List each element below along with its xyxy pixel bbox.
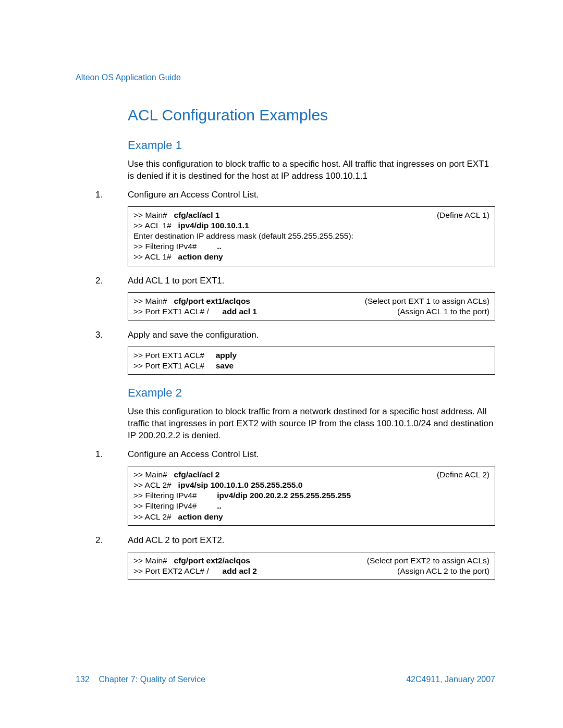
example1-step3: 3. Apply and save the configuration. (76, 330, 495, 340)
page-footer: 132 Chapter 7: Quality of Service 42C491… (76, 675, 495, 684)
example1-code2: >> Main# cfg/port ext1/aclqos (Select po… (128, 292, 495, 320)
footer-left: 132 Chapter 7: Quality of Service (76, 675, 205, 684)
running-header: Alteon OS Application Guide (76, 73, 495, 82)
footer-right: 42C4911, January 2007 (406, 675, 495, 684)
step-number: 1. (76, 449, 128, 460)
step-text: Add ACL 2 to port EXT2. (128, 535, 495, 546)
example1-intro: Use this configuration to block traffic … (128, 158, 495, 182)
example2-code2: >> Main# cfg/port ext2/aclqos (Select po… (128, 552, 495, 580)
content-area: ACL Configuration Examples Example 1 Use… (76, 106, 495, 580)
step-text: Configure an Access Control List. (128, 190, 495, 200)
example2-code1: >> Main# cfg/acl/acl 2 (Define ACL 2) >>… (128, 466, 495, 526)
chapter-label: Chapter 7: Quality of Service (99, 675, 205, 684)
heading-acl-config: ACL Configuration Examples (128, 106, 495, 124)
step-text: Add ACL 1 to port EXT1. (128, 276, 495, 286)
step-number: 2. (76, 535, 128, 546)
page: Alteon OS Application Guide ACL Configur… (0, 0, 563, 728)
example1-code3: >> Port EXT1 ACL# apply >> Port EXT1 ACL… (128, 347, 495, 375)
step-text: Apply and save the configuration. (128, 330, 495, 340)
heading-example-1: Example 1 (128, 139, 495, 152)
example2-step2: 2. Add ACL 2 to port EXT2. (76, 535, 495, 546)
example1-step2: 2. Add ACL 1 to port EXT1. (76, 276, 495, 286)
step-number: 3. (76, 330, 128, 340)
page-number: 132 (76, 675, 90, 684)
step-number: 1. (76, 190, 128, 200)
step-number: 2. (76, 276, 128, 286)
example1-code1: >> Main# cfg/acl/acl 1 (Define ACL 1) >>… (128, 206, 495, 266)
heading-example-2: Example 2 (128, 386, 495, 400)
example2-intro: Use this configuration to block traffic … (128, 406, 495, 442)
example1-step1: 1. Configure an Access Control List. (76, 190, 495, 200)
example2-step1: 1. Configure an Access Control List. (76, 449, 495, 460)
step-text: Configure an Access Control List. (128, 449, 495, 460)
